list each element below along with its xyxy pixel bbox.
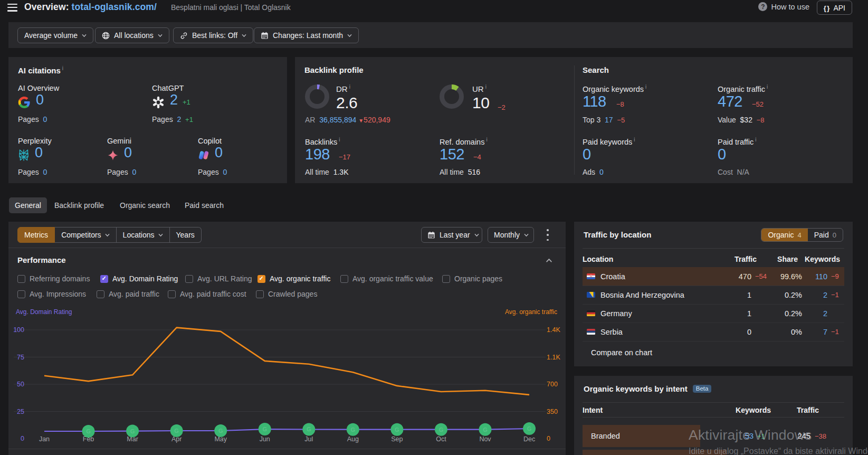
checkbox-avg-organic-traffic-value[interactable]: Avg. organic traffic value <box>340 274 433 283</box>
perplexity-value: 0 <box>35 145 43 161</box>
location-name[interactable]: Bosnia And Herzegovina <box>600 291 684 299</box>
api-button[interactable]: API <box>817 1 852 15</box>
organic-keywords-delta: −8 <box>616 100 624 108</box>
checkbox-avg-domain-rating[interactable]: Avg. Domain Rating <box>100 274 178 283</box>
granularity-dropdown[interactable]: Monthly <box>488 227 534 243</box>
checkbox-organic-pages[interactable]: Organic pages <box>442 274 502 283</box>
tab-organic-search[interactable]: Organic search <box>114 197 176 213</box>
divider <box>583 341 844 342</box>
period-dropdown[interactable]: Last year <box>421 227 482 243</box>
checkbox-icon <box>17 275 25 283</box>
share-header[interactable]: Share <box>770 255 798 263</box>
ur-delta: −2 <box>498 103 505 111</box>
years-button[interactable]: Years <box>170 227 202 243</box>
top3-row: Top 3 17 −5 <box>583 116 625 124</box>
keywords-value[interactable]: 7 <box>802 328 827 336</box>
divider <box>583 248 844 249</box>
checkbox-icon <box>100 275 108 283</box>
ads-row: Ads 0 <box>583 168 604 176</box>
braces-icon <box>824 4 829 12</box>
intent-row-branded[interactable]: Branded 53 +1 245 −38 <box>583 425 844 447</box>
location-name[interactable]: Croatia <box>600 272 625 281</box>
beta-badge: Beta <box>693 385 712 393</box>
menu-icon[interactable] <box>7 4 17 12</box>
location-row-germany[interactable]: Germany 1 0.2% 2 <box>583 304 844 323</box>
competitors-dropdown[interactable]: Competitors <box>55 227 116 243</box>
tab-paid-search[interactable]: Paid search <box>179 197 230 213</box>
location-name[interactable]: Germany <box>600 309 632 318</box>
left-axis-tick: 25 <box>17 408 24 415</box>
ur-value: 10 <box>472 94 489 112</box>
keywords-value[interactable]: 110 <box>802 272 827 281</box>
more-options-icon[interactable] <box>542 229 553 241</box>
traffic-by-location-title: Traffic by location <box>584 230 651 239</box>
average-volume-dropdown[interactable]: Average volume <box>17 27 93 43</box>
checkbox-avg-paid-traffic[interactable]: Avg. paid traffic <box>97 290 159 298</box>
locations-dropdown[interactable]: Locations <box>117 227 170 243</box>
checkbox-avg-impressions[interactable]: Avg. Impressions <box>17 290 86 298</box>
keywords-header: Keywords <box>727 406 771 414</box>
chevron-down-icon <box>105 233 110 238</box>
tab-general[interactable]: General <box>9 197 47 213</box>
left-axis-tick: 0 <box>21 435 24 442</box>
traffic-header[interactable]: Traffic <box>716 255 757 263</box>
organic-traffic-line <box>44 328 529 395</box>
location-name[interactable]: Serbia <box>600 328 623 336</box>
performance-chart[interactable]: 025507510003507001.1K1.4KJanFebMarAprMay… <box>8 319 566 455</box>
chevron-down-icon <box>347 33 352 38</box>
location-row-serbia[interactable]: Serbia 0 0% 7 −1 <box>583 323 844 341</box>
keywords-value[interactable]: 2 <box>802 291 827 299</box>
keywords-value[interactable]: 2 <box>802 309 827 318</box>
location-row-bosnia[interactable]: Bosnia And Herzegovina 1 0.2% 2 −1 <box>583 286 844 304</box>
all-locations-dropdown[interactable]: All locations <box>95 27 169 43</box>
chevron-down-icon <box>82 33 87 38</box>
traffic-value: 470 <box>720 272 751 281</box>
paid-toggle[interactable]: Paid0 <box>808 229 843 241</box>
page-title-domain[interactable]: total-oglasnik.com/ <box>72 2 157 12</box>
intent-row-non-branded[interactable]: Non-branded 65 −4 232 −45 <box>583 450 844 455</box>
checkbox-avg-url-rating[interactable]: Avg. URL Rating <box>185 274 252 283</box>
keywords-value[interactable]: 53 <box>727 432 753 440</box>
how-to-use-button[interactable]: How to use <box>758 2 809 11</box>
traffic-delta: −54 <box>751 272 775 280</box>
average-volume-label: Average volume <box>24 31 78 40</box>
keywords-delta: −1 <box>827 328 844 336</box>
compare-on-chart-button[interactable]: Compare on chart <box>591 348 652 357</box>
ar-value: 36,855,894 <box>319 116 356 124</box>
google-icon <box>18 96 31 109</box>
share-value: 99.6% <box>775 272 802 281</box>
x-axis-label: Jan <box>39 435 50 443</box>
intent-header: Intent <box>583 406 727 414</box>
metrics-button[interactable]: Metrics <box>17 227 55 243</box>
checkbox-avg-organic-traffic[interactable]: Avg. organic traffic <box>257 274 330 283</box>
google-update-letter: G <box>130 428 135 434</box>
google-update-letter: G <box>262 426 267 432</box>
changes-dropdown[interactable]: Changes: Last month <box>254 27 359 43</box>
api-label: API <box>833 4 845 12</box>
organic-toggle[interactable]: Organic4 <box>761 229 807 241</box>
keywords-header[interactable]: Keywords <box>798 255 840 263</box>
backlink-profile-title: Backlink profile <box>304 65 364 74</box>
organic-keywords-value: 118 <box>583 93 606 110</box>
period-label: Last year <box>440 231 470 239</box>
chevron-up-icon[interactable] <box>546 257 552 266</box>
tab-backlink-profile[interactable]: Backlink profile <box>49 197 110 213</box>
x-axis-label: Sep <box>391 435 403 443</box>
perplexity-label: Perplexity <box>18 137 52 145</box>
location-row-croatia[interactable]: Croatia 470 −54 99.6% 110 −9 <box>583 267 844 286</box>
performance-title: Performance <box>17 255 66 264</box>
checkbox-referring-domains[interactable]: Referring domains <box>17 274 90 283</box>
dr-gauge <box>305 84 329 109</box>
checkbox-crawled-pages[interactable]: Crawled pages <box>256 290 317 298</box>
checkbox-avg-paid-traffic-cost[interactable]: Avg. paid traffic cost <box>168 290 246 298</box>
filter-toolbar: Average volume All locations Best links:… <box>8 22 853 48</box>
google-update-letter: G <box>351 426 356 433</box>
checkbox-icon <box>256 290 264 298</box>
x-axis-label: Aug <box>347 435 359 443</box>
chatgpt-label: ChatGPT <box>152 84 184 92</box>
location-header[interactable]: Location <box>583 255 716 263</box>
croatia-flag <box>587 273 595 279</box>
ar-delta: 520,949 <box>364 116 390 124</box>
traffic-by-location-panel: Traffic by location Organic4 Paid0 Locat… <box>574 222 853 366</box>
best-links-dropdown[interactable]: Best links: Off <box>173 27 253 43</box>
